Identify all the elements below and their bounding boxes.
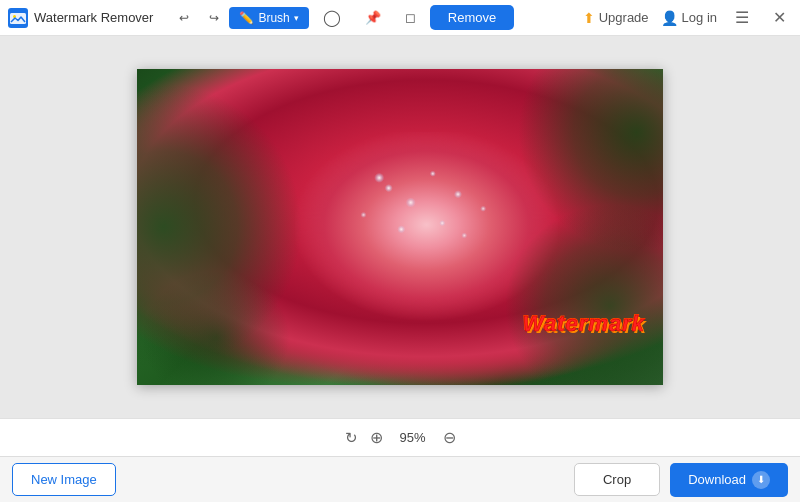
eraser-icon: ◻	[405, 10, 416, 25]
rotate-button[interactable]: ↻	[345, 429, 358, 447]
eraser-tool-button[interactable]: ◻	[395, 6, 426, 29]
upgrade-icon: ⬆	[583, 10, 595, 26]
window-menu-button[interactable]: ☰	[729, 6, 755, 29]
zoom-level-display: 95%	[395, 430, 431, 445]
lasso-tool-button[interactable]: ◯	[313, 4, 351, 31]
download-button[interactable]: Download ⬇	[670, 463, 788, 497]
remove-button[interactable]: Remove	[430, 5, 514, 30]
title-bar: Watermark Remover ↩ ↪ ✏️ Brush ▾ ◯ 📌 ◻ R…	[0, 0, 800, 36]
footer-right-actions: Crop Download ⬇	[574, 463, 788, 497]
toolbar-right: ⬆ Upgrade 👤 Log in ☰ ✕	[583, 6, 792, 29]
zoom-in-button[interactable]: ⊕	[370, 428, 383, 447]
zoom-bar: ↻ ⊕ 95% ⊖	[0, 418, 800, 456]
undo-icon: ↩	[179, 11, 189, 25]
watermark-overlay: Watermark	[523, 311, 645, 337]
redo-button[interactable]: ↪	[199, 7, 229, 29]
lasso-icon: ◯	[323, 8, 341, 27]
login-button[interactable]: 👤 Log in	[661, 10, 717, 26]
svg-rect-1	[10, 13, 26, 24]
footer-bar: New Image Crop Download ⬇	[0, 456, 800, 502]
toolbar-tools: ✏️ Brush ▾ ◯ 📌 ◻ Remove	[229, 4, 582, 31]
download-icon: ⬇	[752, 471, 770, 489]
upgrade-button[interactable]: ⬆ Upgrade	[583, 10, 649, 26]
new-image-button[interactable]: New Image	[12, 463, 116, 496]
image-container[interactable]: Watermark	[137, 69, 663, 385]
app-title: Watermark Remover	[34, 10, 153, 25]
user-icon: 👤	[661, 10, 678, 26]
brush-icon: ✏️	[239, 11, 254, 25]
canvas-area: Watermark	[0, 36, 800, 418]
redo-icon: ↪	[209, 11, 219, 25]
undo-button[interactable]: ↩	[169, 7, 199, 29]
main-image	[137, 69, 663, 385]
crop-button[interactable]: Crop	[574, 463, 660, 496]
pin-icon: 📌	[365, 10, 381, 25]
brush-tool-button[interactable]: ✏️ Brush ▾	[229, 7, 308, 29]
leaf-overlay-layer	[137, 69, 663, 385]
brush-chevron-icon: ▾	[294, 13, 299, 23]
window-close-button[interactable]: ✕	[767, 6, 792, 29]
app-logo	[8, 8, 28, 28]
zoom-out-button[interactable]: ⊖	[443, 428, 456, 447]
pin-tool-button[interactable]: 📌	[355, 6, 391, 29]
